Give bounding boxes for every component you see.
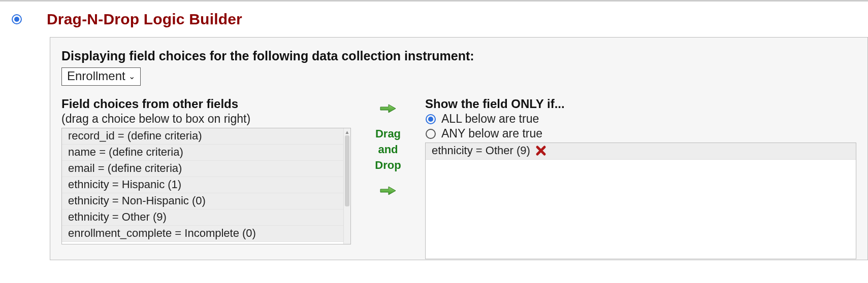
remove-icon[interactable]: [535, 145, 546, 156]
svg-point-1: [14, 17, 19, 22]
condition-any-label: ANY below are true: [441, 127, 542, 140]
field-choice-item[interactable]: enrollment_complete = Incomplete (0): [62, 226, 350, 242]
field-choice-item[interactable]: ethnicity = Hispanic (1): [62, 177, 350, 193]
choice-scroll-area: record_id = (define criteria)name = (def…: [62, 128, 350, 244]
logic-builder-page: Drag-N-Drop Logic Builder Displaying fie…: [0, 0, 868, 260]
field-choices-column: Field choices from other fields (drag a …: [61, 97, 351, 244]
condition-item[interactable]: ethnicity = Other (9): [426, 143, 856, 160]
drag-drop-indicator: Drag and Drop: [360, 97, 416, 196]
instrument-selected: Enrollment: [67, 69, 125, 83]
condition-any-option[interactable]: ANY below are true: [425, 127, 856, 140]
scrollbar[interactable]: ▲: [343, 128, 350, 244]
radio-unchecked-icon: [425, 128, 436, 139]
field-choice-item[interactable]: ethnicity = Non-Hispanic (0): [62, 193, 350, 209]
field-choice-item[interactable]: ethnicity = Other (9): [62, 209, 350, 226]
field-choice-item[interactable]: email = (define criteria): [62, 161, 350, 177]
builder-columns: Field choices from other fields (drag a …: [61, 97, 856, 259]
instrument-label: Displaying field choices for the followi…: [61, 49, 856, 63]
arrow-right-icon: [379, 185, 397, 196]
svg-point-3: [428, 117, 433, 122]
condition-heading: Show the field ONLY if...: [425, 97, 856, 111]
field-choices-sub: (drag a choice below to box on right): [61, 112, 351, 126]
field-choices-heading: Field choices from other fields: [61, 97, 351, 111]
scroll-up-icon[interactable]: ▲: [344, 129, 350, 135]
condition-column: Show the field ONLY if... ALL below are …: [425, 97, 856, 259]
chevron-down-icon: ⌄: [128, 72, 135, 81]
condition-all-option[interactable]: ALL below are true: [425, 112, 856, 126]
builder-panel: Displaying field choices for the followi…: [50, 37, 868, 260]
condition-dropzone[interactable]: ethnicity = Other (9): [425, 143, 856, 259]
page-title: Drag-N-Drop Logic Builder: [47, 11, 242, 28]
condition-all-label: ALL below are true: [441, 112, 539, 126]
svg-point-4: [426, 129, 435, 138]
header-row: Drag-N-Drop Logic Builder: [0, 11, 868, 28]
drag-drop-label: Drag and Drop: [360, 126, 416, 173]
instrument-select[interactable]: Enrollment ⌄: [61, 67, 141, 86]
radio-checked-icon: [425, 114, 436, 125]
condition-item-label: ethnicity = Other (9): [432, 144, 530, 157]
field-choice-item[interactable]: name = (define criteria): [62, 145, 350, 161]
field-choices-listbox: record_id = (define criteria)name = (def…: [61, 128, 351, 244]
field-choice-item[interactable]: record_id = (define criteria): [62, 128, 350, 145]
builder-mode-radio[interactable]: [11, 14, 22, 25]
arrow-right-icon: [379, 103, 397, 114]
scrollbar-thumb[interactable]: [345, 135, 349, 206]
